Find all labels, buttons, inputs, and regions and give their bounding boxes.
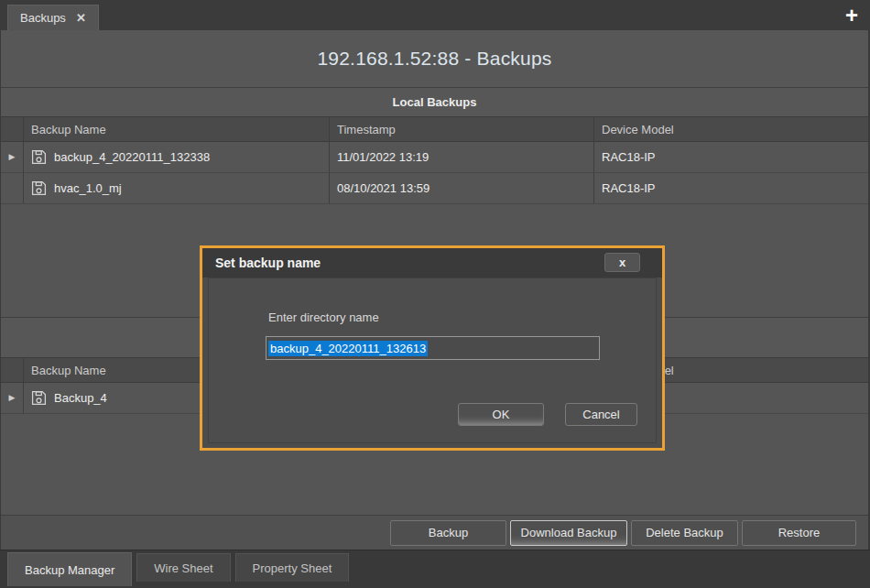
timestamp-cell: 11/01/2022 13:19 bbox=[330, 142, 594, 172]
row-selector-arrow: ▶ bbox=[9, 153, 16, 161]
close-tab-icon[interactable]: ✕ bbox=[76, 12, 86, 24]
column-header-device-model[interactable]: Device Model bbox=[594, 117, 868, 141]
selected-input-text: backup_4_20220111_132613 bbox=[268, 341, 428, 356]
tab-wire-sheet[interactable]: Wire Sheet bbox=[136, 553, 230, 582]
table-header-row: Backup Name Timestamp Device Model bbox=[1, 116, 868, 142]
add-tab-icon[interactable]: + bbox=[845, 2, 858, 29]
tab-backups[interactable]: Backups ✕ bbox=[7, 5, 99, 30]
tab-property-sheet[interactable]: Property Sheet bbox=[235, 553, 350, 582]
backup-name-cell: Backup_4 bbox=[54, 391, 107, 405]
tab-backups-label: Backups bbox=[20, 11, 66, 25]
directory-name-label: Enter directory name bbox=[268, 310, 379, 324]
dialog-title: Set backup name bbox=[215, 256, 321, 270]
timestamp-cell: 08/10/2021 13:59 bbox=[330, 173, 594, 203]
ok-button[interactable]: OK bbox=[458, 403, 544, 426]
delete-backup-button[interactable]: Delete Backup bbox=[631, 520, 738, 546]
device-model-cell: RAC18-IP bbox=[594, 173, 868, 203]
page-title: 192.168.1.52:88 - Backups bbox=[1, 30, 868, 88]
row-gutter-cell bbox=[1, 173, 24, 203]
cancel-button[interactable]: Cancel bbox=[565, 403, 637, 426]
restore-button[interactable]: Restore bbox=[742, 520, 856, 546]
floppy-disk-icon bbox=[31, 180, 47, 196]
floppy-disk-icon bbox=[31, 390, 47, 406]
set-backup-name-dialog: Set backup name x Enter directory name b… bbox=[200, 245, 665, 451]
table-row[interactable]: hvac_1.0_mj 08/10/2021 13:59 RAC18-IP bbox=[1, 173, 868, 204]
row-gutter-cell: ▶ bbox=[1, 383, 24, 413]
floppy-disk-icon bbox=[31, 149, 47, 165]
action-button-bar: Backup Download Backup Delete Backup Res… bbox=[1, 515, 868, 550]
dialog-close-icon[interactable]: x bbox=[604, 253, 640, 272]
gutter-header-cell bbox=[1, 117, 24, 141]
document-tabbar: Backups ✕ + bbox=[0, 0, 870, 31]
backup-name-cell: backup_4_20220111_132338 bbox=[54, 150, 210, 164]
backup-button[interactable]: Backup bbox=[390, 520, 506, 546]
backup-name-cell: hvac_1.0_mj bbox=[54, 181, 122, 195]
row-selector-arrow: ▶ bbox=[9, 394, 16, 402]
column-header-backup-name[interactable]: Backup Name bbox=[24, 117, 330, 141]
view-tabbar: Backup Manager Wire Sheet Property Sheet bbox=[0, 550, 870, 588]
local-backups-section-title: Local Backups bbox=[1, 88, 868, 116]
dialog-titlebar[interactable]: Set backup name bbox=[202, 248, 662, 278]
download-backup-button[interactable]: Download Backup bbox=[510, 520, 627, 546]
gutter-header-cell bbox=[1, 358, 24, 382]
tab-backup-manager[interactable]: Backup Manager bbox=[7, 552, 132, 586]
directory-name-input[interactable]: backup_4_20220111_132613 bbox=[266, 336, 600, 360]
row-gutter-cell: ▶ bbox=[1, 142, 24, 172]
column-header-timestamp[interactable]: Timestamp bbox=[330, 117, 594, 141]
table-row[interactable]: ▶ backup_4_20220111_132338 11/01/2022 13… bbox=[1, 142, 868, 173]
device-model-cell: RAC18-IP bbox=[594, 142, 868, 172]
